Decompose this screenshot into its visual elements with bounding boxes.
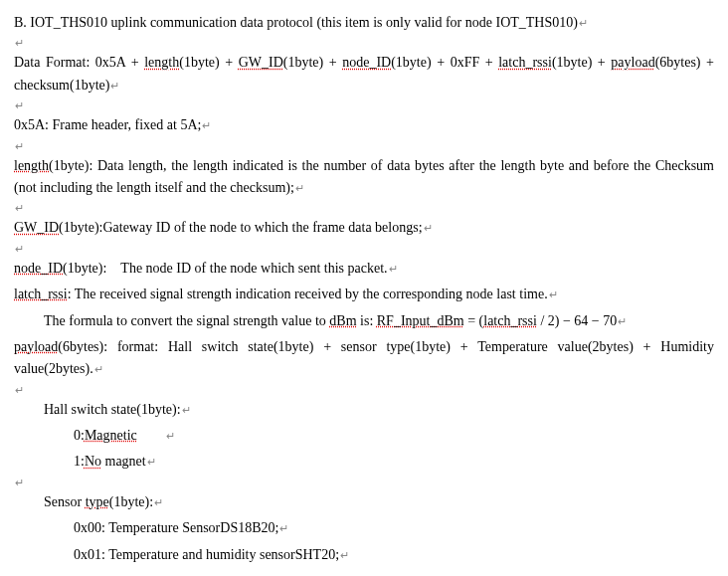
text: 0x5A: Frame header, fixed at 5A; (14, 117, 201, 132)
underline-length: length (14, 158, 49, 173)
length-desc: length(1byte): Data length, the length i… (14, 155, 714, 200)
return-icon: ↵ (15, 243, 24, 255)
text: (1byte): (109, 494, 153, 509)
return-icon: ↵ (279, 522, 288, 534)
gwid-desc: GW_ID(1byte):Gateway ID of the node to w… (14, 217, 714, 239)
formula-line: The formula to convert the signal streng… (14, 310, 714, 332)
underline-latchrssi: latch_rssi (483, 313, 537, 328)
return-icon: ↵ (147, 456, 156, 468)
return-icon: ↵ (15, 37, 24, 49)
text: (1byte) + (552, 55, 611, 70)
blank-line: ↵ (14, 38, 714, 48)
hall-option-1: 1:No magnet↵ (14, 451, 714, 473)
nodeid-desc: node_ID(1byte):The node ID of the node w… (14, 258, 714, 280)
text: is: (357, 313, 377, 328)
return-icon: ↵ (110, 80, 119, 92)
underline-rfinputdbm: RF_Input_dBm (377, 313, 464, 328)
text: The formula to convert the signal streng… (44, 313, 329, 328)
return-icon: ↵ (15, 384, 24, 396)
text: (1byte): (63, 261, 106, 276)
underline-length: length (144, 55, 179, 70)
blank-line: ↵ (14, 141, 714, 151)
return-icon: ↵ (340, 549, 349, 561)
underline-payload: payload (14, 339, 58, 354)
return-icon: ↵ (94, 363, 103, 375)
text: / 2) − 64 − 70 (537, 313, 617, 328)
underline-gwid: GW_ID (14, 220, 59, 235)
section-title: B. IOT_THS010 uplink communication data … (14, 12, 714, 34)
latchrssi-desc: latch_rssi: The received signal strength… (14, 284, 714, 305)
title-text: B. IOT_THS010 uplink communication data … (14, 15, 578, 30)
text: = ( (464, 313, 484, 328)
blank-line: ↵ (14, 385, 714, 395)
underline-no: No (85, 454, 101, 469)
underline-latchrssi: latch_rssi (498, 55, 552, 70)
text: 0x01: Temperature and humidity sensorSHT… (74, 547, 339, 562)
text: magnet (101, 454, 146, 469)
underline-dbm: dBm (329, 313, 356, 328)
text: 0x00: Temperature SensorDS18B20; (74, 520, 278, 535)
text: (1byte) + (179, 55, 238, 70)
blank-line: ↵ (14, 478, 714, 487)
return-icon: ↵ (424, 222, 433, 234)
text: 1: (74, 454, 85, 469)
hall-title: Hall switch state(1byte):↵ (14, 399, 714, 421)
return-icon: ↵ (295, 182, 304, 194)
text: (1byte):Gateway ID of the node to which … (59, 220, 422, 235)
underline-nodeid: node_ID (14, 261, 63, 276)
sensor-title: Sensor type(1byte):↵ (14, 491, 714, 513)
text: (6bytes): format: Hall switch state(1byt… (14, 339, 714, 376)
return-icon: ↵ (166, 430, 175, 442)
text: Hall switch state(1byte): (44, 402, 181, 417)
return-icon: ↵ (182, 404, 191, 416)
return-icon: ↵ (618, 315, 627, 327)
text: (1byte): Data length, the length indicat… (14, 158, 714, 195)
text: Sensor (44, 494, 86, 509)
text: (1byte) + 0xFF + (391, 55, 498, 70)
return-icon: ↵ (579, 17, 588, 29)
underline-latchrssi: latch_rssi (14, 287, 68, 301)
blank-line: ↵ (14, 100, 714, 110)
underline-nodeid: node_ID (342, 55, 391, 70)
text: : The received signal strength indicatio… (68, 287, 548, 301)
payload-desc: payload(6bytes): format: Hall switch sta… (14, 336, 714, 381)
return-icon: ↵ (15, 140, 24, 152)
text: (1byte) + (283, 55, 342, 70)
return-icon: ↵ (15, 202, 24, 214)
return-icon: ↵ (15, 477, 24, 488)
hall-option-0: 0:Magnetic↵ (14, 425, 714, 447)
sensor-option-0: 0x00: Temperature SensorDS18B20;↵ (14, 517, 714, 539)
underline-gwid: GW_ID (239, 55, 283, 70)
frame-header-desc: 0x5A: Frame header, fixed at 5A;↵ (14, 114, 714, 136)
return-icon: ↵ (154, 496, 163, 508)
data-format-line: Data Format: 0x5A + length(1byte) + GW_I… (14, 52, 714, 96)
return-icon: ↵ (15, 99, 24, 111)
sensor-option-1: 0x01: Temperature and humidity sensorSHT… (14, 544, 714, 566)
return-icon: ↵ (549, 288, 558, 300)
return-icon: ↵ (389, 263, 398, 275)
underline-type: type (86, 494, 109, 509)
blank-line: ↵ (14, 203, 714, 213)
return-icon: ↵ (202, 119, 211, 131)
text: Data Format: 0x5A + (14, 55, 144, 70)
underline-magnetic: Magnetic (85, 428, 137, 443)
text: The node ID of the node which sent this … (120, 261, 387, 276)
underline-payload: payload (611, 55, 654, 70)
text: 0: (74, 428, 85, 443)
blank-line: ↵ (14, 244, 714, 254)
